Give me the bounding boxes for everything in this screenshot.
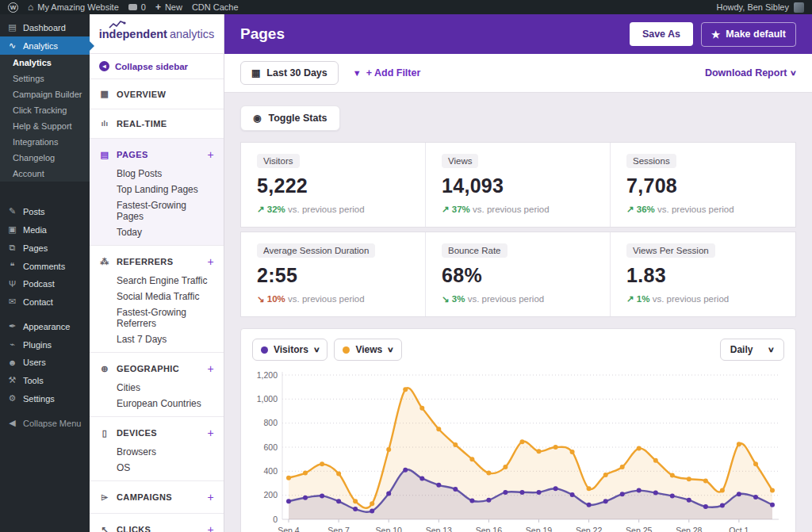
comments-count: 0: [141, 2, 146, 12]
toggle-stats-button[interactable]: ◉ Toggle Stats: [240, 105, 340, 131]
sidebar-item-dashboard[interactable]: ▤Dashboard: [0, 18, 90, 36]
plugin-section-header-pages[interactable]: ▤PAGES+: [90, 144, 224, 166]
plus-icon[interactable]: +: [207, 427, 214, 439]
sidebar-item-tools[interactable]: ⚒Tools: [0, 371, 90, 389]
howdy-text[interactable]: Howdy, Ben Sibley: [716, 2, 789, 12]
plugin-section-header-referrers[interactable]: ⁂REFERRERS+: [90, 251, 224, 273]
cdn-cache-link[interactable]: CDN Cache: [192, 2, 239, 12]
arrow-up-right-icon: ↗ 36%: [626, 205, 655, 214]
sidebar-item-pages[interactable]: ⧉Pages: [0, 239, 90, 257]
views-series-select[interactable]: Views∨: [334, 339, 401, 361]
interval-select[interactable]: Daily∨: [720, 339, 784, 361]
plugin-subitem-social-media-traffic[interactable]: Social Media Traffic: [90, 289, 224, 304]
plugin-subitem-blog-posts[interactable]: Blog Posts: [90, 166, 224, 182]
sidebar-item-analytics[interactable]: ∿Analytics: [0, 36, 90, 55]
plugin-subitem-today[interactable]: Today: [90, 224, 224, 240]
sidebar-item-label: Appearance: [23, 322, 70, 331]
sidebar-item-media[interactable]: ▣Media: [0, 220, 90, 239]
plugin-subitem-search-engine-traffic[interactable]: Search Engine Traffic: [90, 273, 224, 289]
svg-text:Sep 16: Sep 16: [476, 526, 502, 532]
site-name: My Amazing Website: [37, 2, 119, 12]
megaphone-icon: ⌲: [99, 492, 110, 503]
sidebar-item-podcast[interactable]: ΨPodcast: [0, 275, 90, 293]
plugin-subitem-cities[interactable]: Cities: [90, 380, 224, 396]
plugin-subitem-os[interactable]: OS: [90, 460, 224, 476]
plugin-subitem-top-landing-pages[interactable]: Top Landing Pages: [90, 182, 224, 197]
plus-icon[interactable]: +: [207, 491, 214, 503]
plugin-section-devices: ▯DEVICES+BrowsersOS: [90, 417, 224, 481]
plugin-section-header-clicks[interactable]: ↖CLICKS+: [90, 519, 224, 532]
sidebar-item-users[interactable]: ☻Users: [0, 354, 90, 371]
sidebar-item-appearance[interactable]: ✒Appearance: [0, 317, 90, 335]
sidebar-item-label: Users: [23, 358, 46, 367]
plugin-section-header-devices[interactable]: ▯DEVICES+: [90, 422, 224, 444]
sidebar-item-changelog[interactable]: Changelog: [0, 150, 90, 166]
arrow-down-right-icon: ↘ 3%: [442, 294, 465, 304]
sidebar-item-help-support[interactable]: Help & Support: [0, 118, 90, 134]
plugin-subitem-fastest-growing-pages[interactable]: Fastest-Growing Pages: [90, 197, 224, 224]
sidebar-item-collapse-menu[interactable]: ◀Collapse Menu: [0, 414, 90, 432]
sidebar-item-settings[interactable]: Settings: [0, 71, 90, 86]
sidebar-item-analytics[interactable]: Analytics: [0, 55, 90, 71]
sidebar-item-label: Collapse Menu: [23, 419, 81, 428]
plus-icon[interactable]: +: [207, 523, 214, 532]
plugin-section-header-real-time[interactable]: ılıREAL-TIME: [90, 114, 224, 133]
sidebar-item-contact[interactable]: ✉Contact: [0, 293, 90, 311]
report-toolbar: ▦ Last 30 Days ▼ + Add Filter Download R…: [224, 54, 812, 93]
sidebar-item-label: Analytics: [23, 41, 58, 51]
make-default-button[interactable]: ★ Make default: [701, 22, 796, 47]
stat-card-visitors: Visitors5,222↗ 32% vs. previous period: [241, 143, 426, 227]
envelope-icon: ✉: [7, 297, 17, 307]
collapse-arrow-icon: ◂: [99, 61, 109, 71]
plugin-subitem-browsers[interactable]: Browsers: [90, 444, 224, 460]
plus-icon[interactable]: +: [207, 362, 214, 375]
plugin-section-real-time: ılıREAL-TIME: [90, 109, 224, 139]
stat-value: 68%: [442, 264, 594, 287]
plus-icon[interactable]: +: [207, 255, 214, 268]
svg-text:Sep 13: Sep 13: [426, 526, 452, 532]
sidebar-item-campaign-builder[interactable]: Campaign Builder: [0, 86, 90, 102]
visitors-series-select[interactable]: Visitors∨: [252, 339, 327, 361]
plugin-section-header-overview[interactable]: ▦OVERVIEW: [90, 84, 224, 104]
collapse-sidebar-button[interactable]: ◂ Collapse sidebar: [90, 54, 224, 79]
stat-label: Visitors: [257, 154, 300, 168]
plugin-subitem-european-countries[interactable]: European Countries: [90, 396, 224, 411]
sidebar-item-label: Podcast: [23, 279, 55, 289]
plugin-section-header-geographic[interactable]: ⊕GEOGRAPHIC+: [90, 358, 224, 380]
user-avatar[interactable]: [794, 2, 804, 13]
sidebar-item-click-tracking[interactable]: Click Tracking: [0, 102, 90, 118]
sidebar-item-integrations[interactable]: Integrations: [0, 134, 90, 150]
save-as-button[interactable]: Save As: [630, 22, 693, 46]
plugin-section-campaigns: ⌲CAMPAIGNS+: [90, 481, 224, 514]
add-filter-button[interactable]: ▼ + Add Filter: [353, 67, 421, 78]
site-name-link[interactable]: ⌂ My Amazing Website: [28, 2, 119, 12]
plugin-subitem-last-7-days[interactable]: Last 7 Days: [90, 331, 224, 347]
stat-label: Views Per Session: [626, 243, 715, 258]
stats-row: Visitors5,222↗ 32% vs. previous periodVi…: [240, 142, 796, 228]
pin-icon: ✎: [7, 206, 17, 216]
sidebar-item-settings[interactable]: ⚙Settings: [0, 389, 90, 408]
comments-link[interactable]: 0: [128, 2, 146, 12]
plugin-section-label: DEVICES: [117, 428, 157, 438]
sidebar-item-label: Contact: [23, 297, 53, 307]
sidebar-item-comments[interactable]: ❝Comments: [0, 257, 90, 275]
wrench-icon: ⚒: [7, 375, 17, 385]
sidebar-item-account[interactable]: Account: [0, 166, 90, 182]
wp-logo-icon[interactable]: W: [8, 2, 18, 13]
plugin-section-label: REFERRERS: [117, 257, 173, 266]
plus-icon[interactable]: +: [207, 148, 214, 161]
delta-note: vs. previous period: [470, 205, 550, 214]
download-report-button[interactable]: Download Report ∨: [705, 67, 796, 78]
date-range-button[interactable]: ▦ Last 30 Days: [240, 61, 339, 85]
pages-icon: ⧉: [7, 243, 17, 253]
new-menu[interactable]: + New: [155, 2, 182, 13]
bar-chart-icon: ılı: [99, 120, 110, 128]
wp-sidebar: ▤Dashboard∿AnalyticsAnalyticsSettingsCam…: [0, 14, 90, 532]
plugin-section-referrers: ⁂REFERRERS+Search Engine TrafficSocial M…: [90, 246, 224, 353]
svg-text:200: 200: [263, 490, 278, 499]
arrow-up-right-icon: ↗ 32%: [257, 205, 285, 214]
plugin-subitem-fastest-growing-referrers[interactable]: Fastest-Growing Referrers: [90, 304, 224, 331]
sidebar-item-plugins[interactable]: ⌁Plugins: [0, 335, 90, 354]
sidebar-item-posts[interactable]: ✎Posts: [0, 202, 90, 220]
plugin-section-header-campaigns[interactable]: ⌲CAMPAIGNS+: [90, 486, 224, 508]
